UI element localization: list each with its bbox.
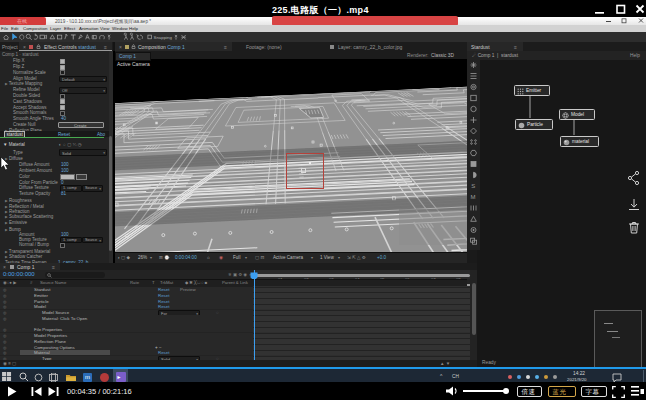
svg-text:M: M	[471, 194, 476, 200]
svg-text:Snapping: Snapping	[154, 35, 173, 40]
svg-text:S: S	[471, 183, 475, 189]
